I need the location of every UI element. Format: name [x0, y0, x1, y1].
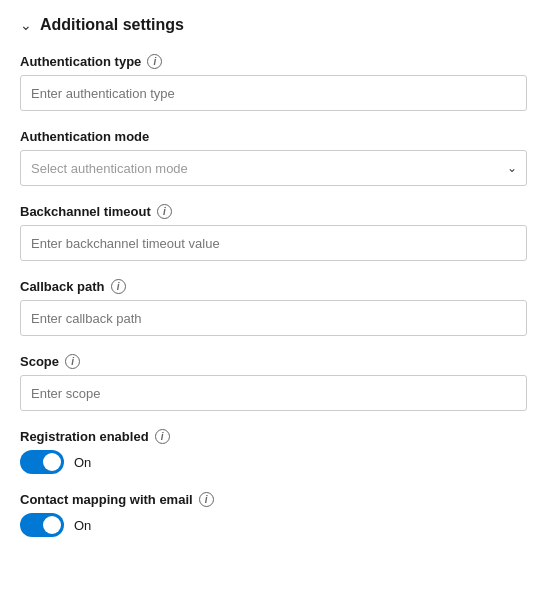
- scope-input[interactable]: [20, 375, 527, 411]
- contact-mapping-toggle[interactable]: [20, 513, 64, 537]
- toggle-slider: [20, 513, 64, 537]
- contact-mapping-state: On: [74, 518, 91, 533]
- authentication-type-label: Authentication type i: [20, 54, 527, 69]
- scope-group: Scope i: [20, 354, 527, 411]
- collapse-icon[interactable]: ⌄: [20, 17, 32, 33]
- toggle-slider: [20, 450, 64, 474]
- backchannel-timeout-input[interactable]: [20, 225, 527, 261]
- registration-enabled-info-icon[interactable]: i: [155, 429, 170, 444]
- registration-enabled-state: On: [74, 455, 91, 470]
- backchannel-timeout-info-icon[interactable]: i: [157, 204, 172, 219]
- registration-enabled-group: Registration enabled i On: [20, 429, 527, 474]
- callback-path-info-icon[interactable]: i: [111, 279, 126, 294]
- registration-enabled-toggle-row: On: [20, 450, 527, 474]
- section-header: ⌄ Additional settings: [20, 16, 527, 34]
- registration-enabled-toggle[interactable]: [20, 450, 64, 474]
- backchannel-timeout-label: Backchannel timeout i: [20, 204, 527, 219]
- backchannel-timeout-group: Backchannel timeout i: [20, 204, 527, 261]
- authentication-type-input[interactable]: [20, 75, 527, 111]
- registration-enabled-label: Registration enabled i: [20, 429, 527, 444]
- authentication-type-group: Authentication type i: [20, 54, 527, 111]
- authentication-mode-select-wrapper: Select authentication mode ⌄: [20, 150, 527, 186]
- authentication-mode-group: Authentication mode Select authenticatio…: [20, 129, 527, 186]
- section-title: Additional settings: [40, 16, 184, 34]
- scope-info-icon[interactable]: i: [65, 354, 80, 369]
- contact-mapping-info-icon[interactable]: i: [199, 492, 214, 507]
- callback-path-group: Callback path i: [20, 279, 527, 336]
- authentication-type-info-icon[interactable]: i: [147, 54, 162, 69]
- authentication-mode-label: Authentication mode: [20, 129, 527, 144]
- authentication-mode-select[interactable]: Select authentication mode: [20, 150, 527, 186]
- callback-path-label: Callback path i: [20, 279, 527, 294]
- contact-mapping-group: Contact mapping with email i On: [20, 492, 527, 537]
- callback-path-input[interactable]: [20, 300, 527, 336]
- contact-mapping-toggle-row: On: [20, 513, 527, 537]
- contact-mapping-label: Contact mapping with email i: [20, 492, 527, 507]
- scope-label: Scope i: [20, 354, 527, 369]
